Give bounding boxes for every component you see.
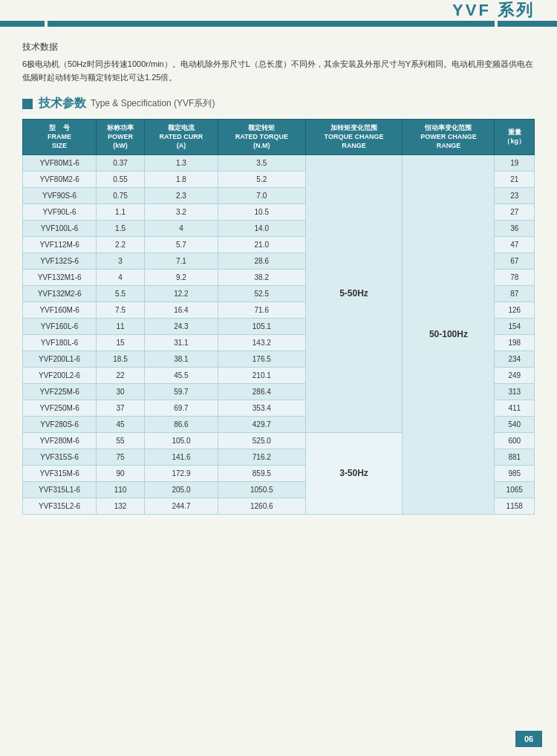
cell-curr: 12.2 <box>144 286 218 302</box>
cell-power-range: 50-100Hz <box>403 155 495 515</box>
cell-torque: 525.0 <box>218 433 305 449</box>
cell-weight: 540 <box>495 417 535 433</box>
cell-weight: 154 <box>495 319 535 335</box>
cell-frame: YVF80M1-6 <box>23 155 97 172</box>
cell-power: 3 <box>97 253 145 270</box>
cell-curr: 9.2 <box>144 270 218 286</box>
section-icon <box>22 99 33 109</box>
col-power-range: 恒动率变化范围POWER CHANGERANGE <box>403 120 495 155</box>
cell-power: 45 <box>97 417 145 433</box>
cell-torque: 1260.6 <box>218 498 305 515</box>
cell-torque: 429.7 <box>218 417 305 433</box>
cell-weight: 411 <box>495 400 535 417</box>
cell-frame: YVF200L2-6 <box>23 368 97 384</box>
col-curr: 额定电流RATED CURR(A) <box>144 120 218 155</box>
section-header: 技术参数 Type & Specification (YVF系列) <box>22 96 535 111</box>
cell-curr: 59.7 <box>144 384 218 400</box>
cell-frame: YVF132S-6 <box>23 253 97 270</box>
cell-power: 4 <box>97 270 145 286</box>
cell-curr: 69.7 <box>144 400 218 417</box>
cell-weight: 313 <box>495 384 535 400</box>
cell-power: 7.5 <box>97 302 145 319</box>
cell-frame: YVF280M-6 <box>23 433 97 449</box>
deco-bars <box>0 21 557 27</box>
cell-power: 55 <box>97 433 145 449</box>
cell-weight: 36 <box>495 221 535 237</box>
cell-torque: 143.2 <box>218 335 305 351</box>
col-torque: 额定转矩RATED TORQUE(N.M) <box>218 120 305 155</box>
cell-curr: 1.8 <box>144 172 218 188</box>
cell-frame: YVF90L-6 <box>23 204 97 221</box>
col-torque-range: 加转矩变化范围TORQUE CHANGERANGE <box>305 120 403 155</box>
cell-frame: YVF112M-6 <box>23 237 97 253</box>
cell-curr: 244.7 <box>144 498 218 515</box>
deco-bar-mid <box>48 21 495 27</box>
cell-torque: 716.2 <box>218 449 305 466</box>
cell-power: 5.5 <box>97 286 145 302</box>
cell-frame: YVF132M2-6 <box>23 286 97 302</box>
cell-power: 0.75 <box>97 188 145 204</box>
cell-torque-range-group2: 3-50Hz <box>305 433 403 515</box>
cell-power: 90 <box>97 466 145 482</box>
cell-weight: 881 <box>495 449 535 466</box>
page-title: YVF 系列 <box>452 0 535 22</box>
cell-curr: 38.1 <box>144 351 218 368</box>
cell-curr: 24.3 <box>144 319 218 335</box>
cell-weight: 600 <box>495 433 535 449</box>
cell-torque: 21.0 <box>218 237 305 253</box>
cell-torque: 5.2 <box>218 172 305 188</box>
col-power: 标称功率POWER(kW) <box>97 120 145 155</box>
cell-frame: YVF280S-6 <box>23 417 97 433</box>
cell-power: 22 <box>97 368 145 384</box>
cell-frame: YVF315M-6 <box>23 466 97 482</box>
cell-power: 37 <box>97 400 145 417</box>
cell-power: 0.55 <box>97 172 145 188</box>
cell-frame: YVF80M2-6 <box>23 172 97 188</box>
cell-frame: YVF90S-6 <box>23 188 97 204</box>
main-content: 技术数据 6极电动机（50Hz时同步转速1000r/min）。电动机除外形尺寸L… <box>22 41 535 515</box>
cell-torque: 71.6 <box>218 302 305 319</box>
cell-curr: 4 <box>144 221 218 237</box>
cell-power: 0.37 <box>97 155 145 172</box>
cell-torque: 10.5 <box>218 204 305 221</box>
cell-torque: 105.1 <box>218 319 305 335</box>
cell-curr: 16.4 <box>144 302 218 319</box>
cell-curr: 105.0 <box>144 433 218 449</box>
cell-weight: 1065 <box>495 482 535 498</box>
cell-weight: 67 <box>495 253 535 270</box>
cell-torque: 14.0 <box>218 221 305 237</box>
spec-table: 型 号FRAMESIZE 标称功率POWER(kW) 额定电流RATED CUR… <box>22 119 535 515</box>
cell-weight: 249 <box>495 368 535 384</box>
cell-frame: YVF315S-6 <box>23 449 97 466</box>
table-header-row: 型 号FRAMESIZE 标称功率POWER(kW) 额定电流RATED CUR… <box>23 120 535 155</box>
tech-data-desc: 6极电动机（50Hz时同步转速1000r/min）。电动机除外形尺寸L（总长度）… <box>22 58 535 84</box>
cell-power: 1.1 <box>97 204 145 221</box>
cell-torque: 1050.5 <box>218 482 305 498</box>
cell-torque-range-group1: 5-50Hz <box>305 155 403 433</box>
section-subtitle: Type & Specification (YVF系列) <box>91 97 215 110</box>
cell-torque: 859.5 <box>218 466 305 482</box>
cell-power: 2.2 <box>97 237 145 253</box>
cell-curr: 3.2 <box>144 204 218 221</box>
cell-weight: 126 <box>495 302 535 319</box>
cell-torque: 286.4 <box>218 384 305 400</box>
cell-weight: 47 <box>495 237 535 253</box>
col-weight: 重量（kg） <box>495 120 535 155</box>
cell-curr: 7.1 <box>144 253 218 270</box>
top-bar: YVF 系列 <box>0 0 557 21</box>
cell-torque: 3.5 <box>218 155 305 172</box>
cell-torque: 28.6 <box>218 253 305 270</box>
cell-curr: 5.7 <box>144 237 218 253</box>
page-footer: 06 <box>515 731 542 747</box>
cell-weight: 21 <box>495 172 535 188</box>
tech-data-title: 技术数据 <box>22 41 535 53</box>
cell-torque: 38.2 <box>218 270 305 286</box>
cell-curr: 2.3 <box>144 188 218 204</box>
cell-frame: YVF315L2-6 <box>23 498 97 515</box>
cell-curr: 141.6 <box>144 449 218 466</box>
cell-frame: YVF200L1-6 <box>23 351 97 368</box>
cell-curr: 45.5 <box>144 368 218 384</box>
cell-curr: 1.3 <box>144 155 218 172</box>
cell-curr: 31.1 <box>144 335 218 351</box>
cell-power: 75 <box>97 449 145 466</box>
